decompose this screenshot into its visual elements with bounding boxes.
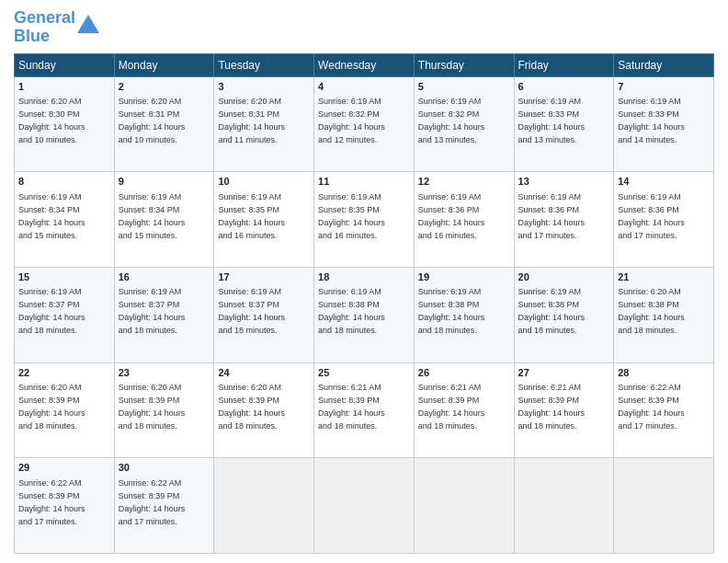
calendar-cell: 18Sunrise: 6:19 AMSunset: 8:38 PMDayligh… — [314, 267, 415, 362]
cell-info: Sunrise: 6:19 AMSunset: 8:38 PMDaylight:… — [418, 287, 485, 335]
day-number: 12 — [418, 175, 510, 189]
day-of-week-header: Tuesday — [214, 53, 314, 76]
day-of-week-header: Friday — [514, 53, 614, 76]
day-number: 3 — [218, 80, 310, 94]
calendar-cell: 10Sunrise: 6:19 AMSunset: 8:35 PMDayligh… — [214, 172, 314, 268]
cell-info: Sunrise: 6:22 AMSunset: 8:39 PMDaylight:… — [618, 383, 685, 431]
calendar-week-row: 22Sunrise: 6:20 AMSunset: 8:39 PMDayligh… — [15, 362, 714, 458]
calendar-header-row: SundayMondayTuesdayWednesdayThursdayFrid… — [15, 53, 714, 76]
day-number: 2 — [119, 80, 210, 94]
calendar-cell — [614, 458, 714, 554]
cell-info: Sunrise: 6:19 AMSunset: 8:35 PMDaylight:… — [318, 192, 385, 240]
day-number: 29 — [18, 461, 110, 475]
cell-info: Sunrise: 6:21 AMSunset: 8:39 PMDaylight:… — [318, 383, 385, 431]
calendar-cell: 5Sunrise: 6:19 AMSunset: 8:32 PMDaylight… — [414, 76, 514, 172]
calendar-cell: 9Sunrise: 6:19 AMSunset: 8:34 PMDaylight… — [114, 172, 214, 268]
day-number: 25 — [318, 366, 410, 380]
day-number: 11 — [318, 175, 410, 189]
calendar-cell: 14Sunrise: 6:19 AMSunset: 8:36 PMDayligh… — [614, 172, 714, 268]
cell-info: Sunrise: 6:19 AMSunset: 8:38 PMDaylight:… — [518, 287, 586, 335]
cell-info: Sunrise: 6:20 AMSunset: 8:39 PMDaylight:… — [218, 383, 285, 431]
calendar-cell: 29Sunrise: 6:22 AMSunset: 8:39 PMDayligh… — [15, 458, 115, 554]
cell-info: Sunrise: 6:19 AMSunset: 8:35 PMDaylight:… — [218, 192, 285, 240]
day-number: 23 — [119, 366, 210, 380]
day-number: 20 — [518, 270, 610, 284]
cell-info: Sunrise: 6:19 AMSunset: 8:37 PMDaylight:… — [119, 287, 186, 335]
day-number: 10 — [218, 175, 310, 189]
cell-info: Sunrise: 6:19 AMSunset: 8:37 PMDaylight:… — [18, 287, 85, 335]
calendar-cell: 26Sunrise: 6:21 AMSunset: 8:39 PMDayligh… — [414, 362, 514, 458]
calendar-cell: 13Sunrise: 6:19 AMSunset: 8:36 PMDayligh… — [514, 172, 614, 268]
calendar-cell: 8Sunrise: 6:19 AMSunset: 8:34 PMDaylight… — [15, 172, 115, 268]
day-number: 18 — [318, 270, 410, 284]
cell-info: Sunrise: 6:20 AMSunset: 8:30 PMDaylight:… — [18, 97, 85, 144]
cell-info: Sunrise: 6:20 AMSunset: 8:31 PMDaylight:… — [218, 97, 285, 144]
calendar-cell: 4Sunrise: 6:19 AMSunset: 8:32 PMDaylight… — [314, 76, 415, 172]
day-number: 9 — [119, 175, 210, 189]
calendar-week-row: 29Sunrise: 6:22 AMSunset: 8:39 PMDayligh… — [15, 458, 714, 554]
day-of-week-header: Sunday — [15, 53, 115, 76]
calendar-cell: 23Sunrise: 6:20 AMSunset: 8:39 PMDayligh… — [114, 362, 214, 458]
cell-info: Sunrise: 6:19 AMSunset: 8:34 PMDaylight:… — [119, 192, 186, 240]
day-number: 30 — [119, 461, 210, 475]
cell-info: Sunrise: 6:19 AMSunset: 8:34 PMDaylight:… — [18, 192, 85, 240]
cell-info: Sunrise: 6:20 AMSunset: 8:39 PMDaylight:… — [119, 383, 186, 431]
calendar-week-row: 8Sunrise: 6:19 AMSunset: 8:34 PMDaylight… — [15, 172, 714, 268]
calendar-cell: 1Sunrise: 6:20 AMSunset: 8:30 PMDaylight… — [15, 76, 115, 172]
logo-text: General Blue — [14, 9, 75, 46]
header: General Blue — [14, 9, 714, 46]
svg-marker-0 — [77, 15, 99, 33]
calendar-week-row: 15Sunrise: 6:19 AMSunset: 8:37 PMDayligh… — [15, 267, 714, 362]
calendar-cell: 30Sunrise: 6:22 AMSunset: 8:39 PMDayligh… — [114, 458, 214, 554]
day-number: 21 — [618, 270, 710, 284]
day-number: 22 — [18, 366, 110, 380]
cell-info: Sunrise: 6:21 AMSunset: 8:39 PMDaylight:… — [518, 383, 586, 431]
day-number: 26 — [418, 366, 510, 380]
day-of-week-header: Thursday — [414, 53, 514, 76]
day-of-week-header: Monday — [114, 53, 214, 76]
day-number: 24 — [218, 366, 310, 380]
day-number: 14 — [618, 175, 710, 189]
calendar-cell: 17Sunrise: 6:19 AMSunset: 8:37 PMDayligh… — [214, 267, 314, 362]
calendar-body: 1Sunrise: 6:20 AMSunset: 8:30 PMDaylight… — [15, 76, 714, 553]
cell-info: Sunrise: 6:19 AMSunset: 8:32 PMDaylight:… — [418, 97, 485, 144]
calendar-cell: 20Sunrise: 6:19 AMSunset: 8:38 PMDayligh… — [514, 267, 614, 362]
cell-info: Sunrise: 6:19 AMSunset: 8:36 PMDaylight:… — [518, 192, 586, 240]
calendar-cell: 12Sunrise: 6:19 AMSunset: 8:36 PMDayligh… — [414, 172, 514, 268]
calendar-cell — [314, 458, 415, 554]
day-number: 4 — [318, 80, 410, 94]
day-of-week-header: Saturday — [614, 53, 714, 76]
cell-info: Sunrise: 6:19 AMSunset: 8:37 PMDaylight:… — [218, 287, 285, 335]
cell-info: Sunrise: 6:22 AMSunset: 8:39 PMDaylight:… — [18, 478, 85, 526]
cell-info: Sunrise: 6:19 AMSunset: 8:33 PMDaylight:… — [618, 97, 685, 144]
day-number: 5 — [418, 80, 510, 94]
cell-info: Sunrise: 6:20 AMSunset: 8:31 PMDaylight:… — [119, 97, 186, 144]
calendar-cell: 16Sunrise: 6:19 AMSunset: 8:37 PMDayligh… — [114, 267, 214, 362]
day-number: 16 — [119, 270, 210, 284]
calendar-cell: 19Sunrise: 6:19 AMSunset: 8:38 PMDayligh… — [414, 267, 514, 362]
day-number: 13 — [518, 175, 610, 189]
calendar-cell: 22Sunrise: 6:20 AMSunset: 8:39 PMDayligh… — [15, 362, 115, 458]
cell-info: Sunrise: 6:19 AMSunset: 8:36 PMDaylight:… — [418, 192, 485, 240]
calendar-cell: 6Sunrise: 6:19 AMSunset: 8:33 PMDaylight… — [514, 76, 614, 172]
day-of-week-header: Wednesday — [314, 53, 415, 76]
cell-info: Sunrise: 6:19 AMSunset: 8:38 PMDaylight:… — [318, 287, 385, 335]
day-number: 8 — [18, 175, 110, 189]
logo-icon — [77, 15, 99, 33]
cell-info: Sunrise: 6:19 AMSunset: 8:36 PMDaylight:… — [618, 192, 685, 240]
calendar-cell: 28Sunrise: 6:22 AMSunset: 8:39 PMDayligh… — [614, 362, 714, 458]
day-number: 27 — [518, 366, 610, 380]
calendar-cell: 3Sunrise: 6:20 AMSunset: 8:31 PMDaylight… — [214, 76, 314, 172]
calendar-table: SundayMondayTuesdayWednesdayThursdayFrid… — [14, 53, 714, 554]
calendar-cell: 24Sunrise: 6:20 AMSunset: 8:39 PMDayligh… — [214, 362, 314, 458]
day-number: 17 — [218, 270, 310, 284]
day-number: 19 — [418, 270, 510, 284]
cell-info: Sunrise: 6:21 AMSunset: 8:39 PMDaylight:… — [418, 383, 485, 431]
day-number: 1 — [18, 80, 110, 94]
calendar-cell — [214, 458, 314, 554]
calendar-cell — [414, 458, 514, 554]
calendar-cell: 7Sunrise: 6:19 AMSunset: 8:33 PMDaylight… — [614, 76, 714, 172]
calendar-cell: 15Sunrise: 6:19 AMSunset: 8:37 PMDayligh… — [15, 267, 115, 362]
calendar-cell: 2Sunrise: 6:20 AMSunset: 8:31 PMDaylight… — [114, 76, 214, 172]
day-number: 7 — [618, 80, 710, 94]
